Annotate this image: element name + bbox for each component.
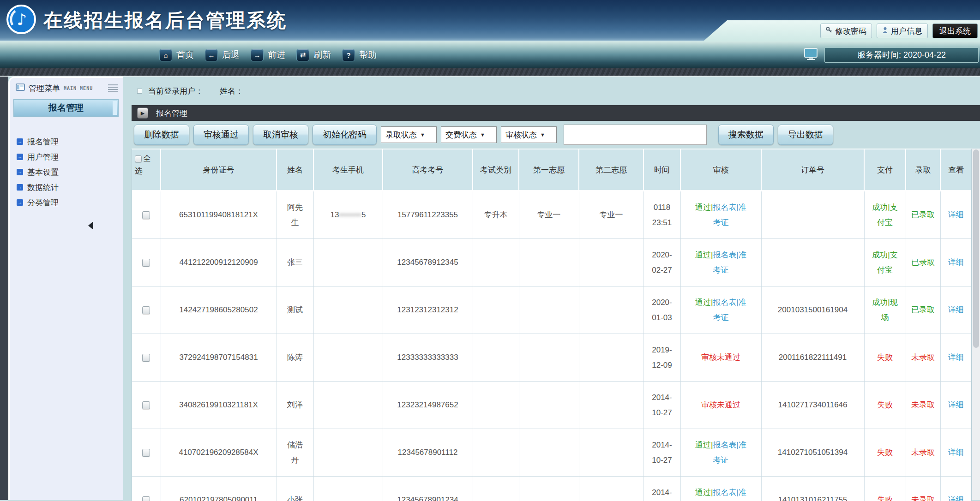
page: ♪ 在线招生报名后台管理系统 修改密码 用户信息 退出系统 ⌂首页←后退 <box>0 0 980 501</box>
cell-payment: 失败 <box>864 429 906 477</box>
row-checkbox[interactable] <box>142 306 150 314</box>
divider-stripe <box>0 68 980 77</box>
cell-second-choice <box>579 477 643 501</box>
cell-second-choice <box>579 286 643 334</box>
select-all-checkbox[interactable] <box>135 155 142 162</box>
search-data-button[interactable]: 搜索数据 <box>718 125 774 145</box>
row-checkbox[interactable] <box>142 449 150 457</box>
user-info-button[interactable]: 用户信息 <box>877 24 928 38</box>
registration-form-link[interactable]: 报名表 <box>713 488 737 497</box>
cell-second-choice <box>579 334 643 382</box>
admission-status: 未录取 <box>911 448 935 457</box>
audit-status-filter[interactable]: 审核状态▼ <box>501 126 557 143</box>
registration-form-link[interactable]: 报名表 <box>713 203 737 212</box>
column-header-0: 全选 <box>132 149 161 191</box>
admission-status-filter[interactable]: 录取状态▼ <box>381 126 437 143</box>
logout-button[interactable]: 退出系统 <box>932 24 978 38</box>
cell-exam-number: 12345678901112 <box>383 429 473 477</box>
cell-exam-number: 12333333333333 <box>383 334 473 382</box>
detail-link[interactable]: 详细 <box>948 400 964 409</box>
table-row: 41070219620928584X储浩丹123456789011122014-… <box>132 429 971 477</box>
cell-payment: 成功|支付宝 <box>864 191 906 239</box>
detail-link[interactable]: 详细 <box>948 353 964 362</box>
cell-payment: 成功|支付宝 <box>864 239 906 286</box>
cell-admission: 未录取 <box>906 477 940 501</box>
change-password-label: 修改密码 <box>835 26 866 36</box>
search-input[interactable] <box>564 125 707 145</box>
sidebar-item-4[interactable]: →分类管理 <box>17 199 123 206</box>
hamburger-icon[interactable] <box>107 84 119 93</box>
sidebar-item-2[interactable]: →基本设置 <box>17 168 123 176</box>
payment-status-filter[interactable]: 交费状态▼ <box>441 126 497 143</box>
cell-exam-number: 12323214987652 <box>383 382 473 429</box>
cell-admission: 未录取 <box>906 334 940 382</box>
cell-exam-type <box>473 477 519 501</box>
window-icon <box>16 84 25 93</box>
row-checkbox[interactable] <box>142 401 150 409</box>
change-password-button[interactable]: 修改密码 <box>820 24 872 38</box>
registration-form-link[interactable]: 报名表 <box>713 441 737 449</box>
cell-audit: 通过|报名表|准考证 <box>680 191 761 239</box>
cell-select <box>132 239 161 286</box>
cell-time: 2020-02-27 <box>643 239 680 286</box>
logout-label: 退出系统 <box>939 26 971 36</box>
home-icon: ⌂ <box>159 49 172 61</box>
cancel-approve-button[interactable]: 取消审核 <box>253 125 308 145</box>
toolbar-filters: 录取状态▼交费状态▼审核状态▼ <box>381 126 557 143</box>
cell-admission: 已录取 <box>906 191 940 239</box>
sidebar-item-1[interactable]: →用户管理 <box>17 153 123 161</box>
detail-link[interactable]: 详细 <box>948 448 964 457</box>
sidebar-collapse-arrow[interactable] <box>88 221 93 230</box>
cell-phone <box>313 239 383 286</box>
sidebar-item-0[interactable]: →报名管理 <box>17 138 123 145</box>
cell-phone: 13•••••••5 <box>313 191 383 239</box>
cell-first-choice <box>519 286 579 334</box>
cell-time: 2014-10-27 <box>643 382 680 429</box>
init-password-button[interactable]: 初始化密码 <box>313 125 377 145</box>
table-row: 372924198707154831陈涛123333333333332019-1… <box>132 334 971 382</box>
row-checkbox[interactable] <box>142 211 150 219</box>
detail-link[interactable]: 详细 <box>948 258 964 267</box>
detail-link[interactable]: 详细 <box>948 495 964 501</box>
server-time: 服务器时间: 2020-04-22 <box>824 48 979 63</box>
sidebar-item-3[interactable]: →数据统计 <box>17 184 123 191</box>
nav-item-home[interactable]: ⌂首页 <box>159 49 194 61</box>
registration-form-link[interactable]: 报名表 <box>713 298 737 307</box>
section-bar: ▶ 报名管理 <box>132 105 980 121</box>
nav-item-back[interactable]: ←后退 <box>205 49 240 61</box>
cell-view: 详细 <box>940 334 971 382</box>
column-header-8: 时间 <box>643 149 680 191</box>
row-checkbox[interactable] <box>142 354 150 362</box>
cell-name: 阿先生 <box>277 191 313 239</box>
cell-time: 2020-01-03 <box>643 286 680 334</box>
cell-first-choice <box>519 239 579 286</box>
nav-toolbar: ⌂首页←后退→前进⇄刷新?帮助 服务器时间: 2020-04-22 <box>0 42 980 68</box>
nav-item-refresh[interactable]: ⇄刷新 <box>296 49 331 61</box>
cell-first-choice: 专业一 <box>519 191 579 239</box>
row-checkbox[interactable] <box>142 259 150 267</box>
cell-phone <box>313 477 383 501</box>
approve-button[interactable]: 审核通过 <box>193 125 249 145</box>
nav-item-forward[interactable]: →前进 <box>251 49 285 61</box>
row-checkbox[interactable] <box>142 496 150 501</box>
sidebar-section-header[interactable]: 报名管理 <box>13 99 119 117</box>
export-data-button[interactable]: 导出数据 <box>778 125 833 145</box>
sidebar: 管理菜单 MAIN MENU 报名管理 →报名管理→用户管理→基本设置→数据统计… <box>8 77 123 500</box>
nav-item-help[interactable]: ?帮助 <box>342 49 377 61</box>
sidebar-menu: →报名管理→用户管理→基本设置→数据统计→分类管理 <box>10 117 123 206</box>
cell-order-number <box>761 239 864 286</box>
delete-data-button[interactable]: 删除数据 <box>134 125 189 145</box>
cell-id-number: 41070219620928584X <box>161 429 277 477</box>
admission-status: 未录取 <box>911 353 935 362</box>
table-scrollbar[interactable] <box>972 149 980 500</box>
chevron-down-icon: ▼ <box>480 132 485 137</box>
column-header-13: 查看 <box>940 149 971 191</box>
cell-id-number: 620102197805090011 <box>161 477 277 501</box>
scrollbar-thumb[interactable] <box>973 149 979 348</box>
detail-link[interactable]: 详细 <box>948 210 964 219</box>
cell-time: 0118 23:51 <box>643 191 680 239</box>
detail-link[interactable]: 详细 <box>948 305 964 314</box>
cell-exam-type <box>473 382 519 429</box>
registration-form-link[interactable]: 报名表 <box>713 250 737 259</box>
monitor-icon <box>804 48 818 62</box>
